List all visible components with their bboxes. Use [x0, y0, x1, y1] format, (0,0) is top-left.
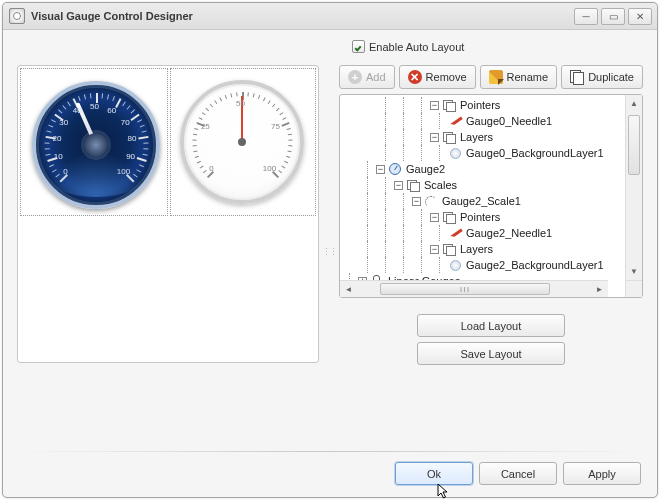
hscroll-thumb[interactable]: ııı [380, 283, 550, 295]
window-title: Visual Gauge Control Designer [31, 10, 574, 22]
expander-icon[interactable]: − [394, 181, 403, 190]
titlebar: Visual Gauge Control Designer ─ ▭ ✕ [3, 3, 657, 30]
maximize-button[interactable]: ▭ [601, 8, 625, 25]
tree-vscrollbar[interactable]: ▲ ▼ [625, 95, 642, 297]
needle-icon [448, 227, 462, 239]
gauge-cell-1[interactable]: 0102030405060708090100 [20, 68, 168, 216]
tree-node-layers2[interactable]: − Layers [340, 241, 625, 257]
preview-canvas[interactable]: 0102030405060708090100 0255075100 [17, 65, 319, 363]
tree-toolbar: + Add ✕ Remove Rename Duplicate [339, 65, 643, 89]
layer-icon [448, 147, 462, 159]
app-icon [9, 8, 25, 24]
scroll-corner [625, 280, 642, 297]
gauge1-hub [84, 133, 108, 157]
tree-node-needle2[interactable]: Gauge2_Needle1 [340, 225, 625, 241]
pencil-icon [489, 70, 503, 84]
tree-node-scales2[interactable]: − Scales [340, 177, 625, 193]
tree-node-layers0[interactable]: − Layers [340, 129, 625, 145]
add-button[interactable]: + Add [339, 65, 395, 89]
duplicate-icon [570, 70, 584, 84]
duplicate-button[interactable]: Duplicate [561, 65, 643, 89]
expander-icon[interactable]: − [430, 213, 439, 222]
layer-icon [448, 259, 462, 271]
tree-node-scale2-1[interactable]: − Gauge2_Scale1 [340, 193, 625, 209]
rename-button[interactable]: Rename [480, 65, 558, 89]
scroll-up-icon[interactable]: ▲ [626, 95, 642, 112]
group-icon [442, 243, 456, 255]
cancel-button[interactable]: Cancel [479, 462, 557, 485]
remove-icon: ✕ [408, 70, 422, 84]
scroll-right-icon[interactable]: ► [591, 281, 608, 297]
group-icon [442, 131, 456, 143]
vscroll-thumb[interactable] [628, 115, 640, 175]
expander-icon[interactable]: − [430, 101, 439, 110]
group-icon [442, 99, 456, 111]
remove-button[interactable]: ✕ Remove [399, 65, 476, 89]
tree-node-needle0[interactable]: Gauge0_Needle1 [340, 113, 625, 129]
expander-icon[interactable]: − [430, 245, 439, 254]
scale-icon [424, 195, 438, 207]
separator [17, 451, 643, 452]
save-layout-button[interactable]: Save Layout [417, 342, 565, 365]
close-button[interactable]: ✕ [628, 8, 652, 25]
tree-node-pointers0[interactable]: − Pointers [340, 97, 625, 113]
splitter-handle[interactable]: ⋮⋮ [325, 65, 333, 439]
auto-layout-label: Enable Auto Layout [369, 41, 464, 53]
tree-node-bg2[interactable]: Gauge2_BackgroundLayer1 [340, 257, 625, 273]
scroll-down-icon[interactable]: ▼ [626, 263, 642, 280]
minimize-button[interactable]: ─ [574, 8, 598, 25]
scroll-left-icon[interactable]: ◄ [340, 281, 357, 297]
designer-window: Visual Gauge Control Designer ─ ▭ ✕ Enab… [2, 2, 658, 498]
tree-node-bg0[interactable]: Gauge0_BackgroundLayer1 [340, 145, 625, 161]
ok-button[interactable]: Ok [395, 462, 473, 485]
structure-tree[interactable]: − Pointers Gauge0_Needle1 − [339, 94, 643, 298]
auto-layout-checkbox[interactable] [352, 40, 365, 53]
group-icon [442, 211, 456, 223]
expander-icon[interactable]: − [430, 133, 439, 142]
gauge-circular-light[interactable]: 0255075100 [180, 80, 304, 204]
gauge2-hub [238, 138, 246, 146]
tree-hscrollbar[interactable]: ◄ ııı ► [340, 280, 608, 297]
gauge-circular-dark[interactable]: 0102030405060708090100 [32, 81, 160, 209]
expander-icon[interactable]: − [412, 197, 421, 206]
group-icon [406, 179, 420, 191]
needle-icon [448, 115, 462, 127]
tree-node-gauge2[interactable]: − Gauge2 [340, 161, 625, 177]
apply-button[interactable]: Apply [563, 462, 641, 485]
expander-icon[interactable]: − [376, 165, 385, 174]
gauge-icon [388, 163, 402, 175]
plus-icon: + [348, 70, 362, 84]
cursor-icon [437, 483, 451, 500]
load-layout-button[interactable]: Load Layout [417, 314, 565, 337]
dialog-buttons: Ok Cancel Apply [17, 462, 643, 485]
tree-node-pointers2[interactable]: − Pointers [340, 209, 625, 225]
